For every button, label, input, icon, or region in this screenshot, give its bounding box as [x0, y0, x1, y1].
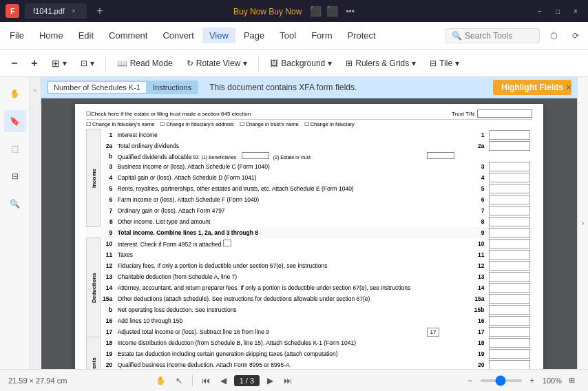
window-maximize-button[interactable]: □ — [551, 4, 565, 18]
read-mode-button[interactable]: 📖 Read Mode — [112, 56, 178, 71]
row-11-box[interactable] — [489, 250, 530, 260]
zoom-in-button[interactable]: + — [25, 54, 43, 72]
title-bar-right: − □ × — [390, 4, 582, 18]
background-arrow: ▾ — [328, 59, 332, 68]
row-12-box[interactable] — [489, 261, 530, 271]
zoom-out-button[interactable]: − — [6, 54, 23, 72]
left-sidebar-toggle[interactable]: ‹ — [30, 77, 41, 105]
row-13-box[interactable] — [489, 272, 530, 282]
form-4952-checkbox[interactable] — [223, 240, 231, 246]
sidebar-bookmark[interactable]: 🔖 — [4, 110, 26, 132]
table-row: 6 Farm income or (loss). Attach Schedule… — [87, 194, 532, 205]
settings-icon[interactable]: ⟳ — [566, 26, 585, 45]
zoom-minus-button[interactable]: − — [463, 373, 478, 388]
next-page-button[interactable]: ▶ — [262, 373, 277, 388]
prev-page-button[interactable]: ◀ — [216, 373, 231, 388]
row-1-box[interactable] — [489, 130, 530, 140]
table-row: 20 Qualified business income deduction. … — [87, 359, 532, 370]
menu-page[interactable]: Page — [237, 28, 271, 43]
rulers-grids-button[interactable]: ⊞ Rulers & Grids ▾ — [340, 56, 421, 71]
cursor-tool-btn[interactable]: ↖ — [171, 373, 187, 388]
tile-label: Tile — [439, 59, 452, 68]
row-10-box[interactable] — [489, 239, 530, 249]
row-14-desc: Attorney, accountant, and return prepare… — [115, 282, 425, 293]
income-section-label: Income — [87, 129, 101, 227]
tile-button[interactable]: ⊟ Tile ▾ — [424, 56, 465, 71]
select-arrow: ▾ — [90, 59, 94, 68]
zoom-slider[interactable] — [481, 379, 522, 382]
close-tab-button[interactable]: × — [69, 6, 78, 16]
menu-view[interactable]: View — [202, 28, 235, 43]
menu-file[interactable]: File — [3, 28, 31, 43]
first-page-button[interactable]: ⏮ — [198, 373, 213, 388]
menu-tool[interactable]: Tool — [273, 28, 303, 43]
menu-edit[interactable]: Edit — [72, 28, 101, 43]
row-2a-box[interactable] — [489, 141, 530, 151]
trust-tin-field[interactable] — [477, 109, 532, 118]
row-3-box[interactable] — [489, 162, 530, 171]
read-mode-label: Read Mode — [130, 59, 173, 68]
three-dots[interactable]: ••• — [346, 7, 355, 17]
row-4-box[interactable] — [489, 173, 530, 182]
share-icon[interactable]: ⬡ — [544, 26, 563, 45]
row-17-val: 17 — [427, 328, 440, 337]
table-row: 11 Taxes 11 — [87, 249, 532, 260]
row-8-box[interactable] — [489, 217, 530, 226]
row-1-num: 1 — [101, 129, 115, 140]
menu-convert[interactable]: Convert — [156, 28, 201, 43]
xfa-tab-schedules[interactable]: Number of Schedules K-1 — [48, 82, 146, 93]
window-minimize-button[interactable]: − — [533, 4, 547, 18]
row-5-box[interactable] — [489, 184, 530, 193]
background-button[interactable]: 🖼 Background ▾ — [264, 56, 337, 71]
new-tab-button[interactable]: + — [92, 3, 107, 19]
search-input[interactable] — [465, 31, 534, 41]
view-options-button[interactable]: ⊞ ▾ — [46, 55, 72, 72]
menu-home[interactable]: Home — [32, 28, 70, 43]
file-name: f1041.pdf — [33, 7, 65, 15]
page-indicator: 1 / 3 — [234, 375, 260, 386]
search-box[interactable]: 🔍 — [445, 28, 540, 43]
table-row: 9 Total income. Combine lines 1, 2a, and… — [87, 227, 532, 238]
sidebar-layers[interactable]: ⬚ — [4, 138, 26, 160]
trust-tin-label: Trust TIN — [452, 111, 474, 117]
menu-form[interactable]: Form — [304, 28, 339, 43]
xfa-message: This document contains XFA form fields. — [209, 83, 357, 92]
row-2b-field[interactable] — [427, 152, 454, 159]
buy-now-link[interactable]: Buy Now — [233, 7, 266, 17]
rotate-view-button[interactable]: ↻ Rotate View ▾ — [181, 56, 253, 71]
xfa-tab-instructions[interactable]: Instructions — [147, 82, 197, 93]
last-page-button[interactable]: ⏭ — [280, 373, 295, 388]
row-15b-box[interactable] — [489, 305, 530, 315]
sidebar-hand-tool[interactable]: ✋ — [4, 83, 26, 105]
toolbar: − + ⊞ ▾ ⊡ ▾ 📖 Read Mode ↻ Rotate View ▾ … — [0, 50, 588, 77]
hand-tool-btn[interactable]: ✋ — [154, 373, 169, 388]
row-16-box[interactable] — [489, 316, 530, 326]
pdf-area[interactable]: Number of Schedules K-1 Instructions Thi… — [41, 77, 577, 369]
row-2b-desc: Qualified dividends allocable to: (1) Be… — [115, 151, 425, 161]
row-15a-desc: Other deductions (attach schedule). See … — [115, 293, 425, 304]
row-15a-box[interactable] — [489, 294, 530, 304]
select-tool-button[interactable]: ⊡ ▾ — [75, 56, 100, 71]
rotate-icon: ↻ — [187, 59, 193, 68]
fit-page-button[interactable]: ⊞ — [565, 373, 580, 388]
row-7-box[interactable] — [489, 206, 530, 215]
zoom-plus-button[interactable]: + — [525, 373, 540, 388]
menu-protect[interactable]: Protect — [340, 28, 382, 43]
window-close-button[interactable]: × — [569, 4, 582, 18]
sidebar-search[interactable]: 🔍 — [4, 193, 26, 215]
highlight-fields-button[interactable]: Highlight Fields — [493, 80, 571, 95]
row-17-box[interactable] — [489, 327, 530, 337]
menu-comment[interactable]: Comment — [102, 28, 154, 43]
row-2a-desc: Total ordinary dividends — [115, 140, 425, 151]
xfa-close-button[interactable]: × — [566, 82, 571, 93]
row-19-box[interactable] — [489, 349, 530, 359]
row-9-box[interactable] — [489, 228, 530, 237]
row-18-box[interactable] — [489, 338, 530, 348]
row-20-box[interactable] — [489, 360, 530, 370]
sidebar-thumbnails[interactable]: ⊟ — [4, 165, 26, 187]
file-tab[interactable]: f1041.pdf × — [25, 3, 87, 19]
right-sidebar-toggle[interactable]: › — [577, 77, 588, 369]
row-14-box[interactable] — [489, 283, 530, 293]
view-options-icon: ⊞ — [52, 58, 60, 69]
row-6-box[interactable] — [489, 195, 530, 204]
